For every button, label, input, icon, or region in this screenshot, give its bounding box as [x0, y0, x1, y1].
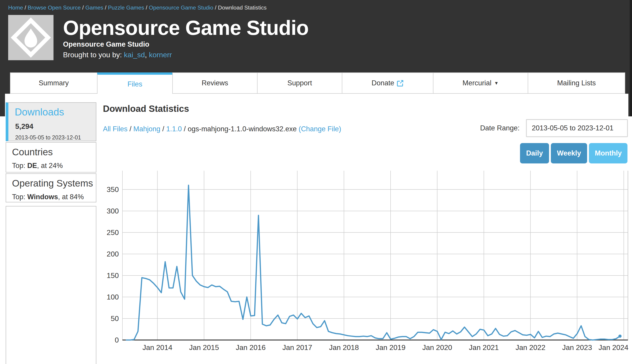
os-top: Top: Windows, at 84% [12, 193, 96, 201]
breadcrumb-current: Download Statistics [218, 4, 267, 11]
all-files-link[interactable]: All Files [103, 125, 128, 133]
granularity-button-daily[interactable]: Daily [520, 143, 549, 164]
author-link-kai-sd[interactable]: kai_sd [124, 51, 145, 59]
brought-to-you-by: Brought to you by: kai_sd, kornerr [63, 51, 172, 59]
tab-label: Summary [39, 79, 69, 87]
breadcrumb-link[interactable]: Home [8, 4, 23, 11]
breadcrumb-link[interactable]: Opensource Game Studio [149, 4, 213, 11]
file-breadcrumb: All Files / Mahjong / 1.1.0 / ogs-mahjon… [103, 125, 341, 133]
date-range-input[interactable] [526, 119, 628, 137]
granularity-button-weekly[interactable]: Weekly [551, 143, 587, 164]
breadcrumb-separator: / [23, 4, 28, 11]
external-link-icon [397, 80, 404, 86]
folder-link[interactable]: Mahjong [133, 125, 160, 133]
tab-support[interactable]: Support [257, 72, 342, 94]
breadcrumb-separator: / [103, 4, 108, 11]
breadcrumb-separator: / [81, 4, 85, 11]
breadcrumb-link[interactable]: Puzzle Games [108, 4, 144, 11]
breadcrumb-separator: / [144, 4, 149, 11]
tab-label: Donate [371, 79, 394, 87]
tab-files[interactable]: Files [97, 72, 173, 94]
tab-label: Support [287, 79, 312, 87]
granularity-button-monthly[interactable]: Monthly [589, 143, 627, 164]
granularity-buttons: DailyWeeklyMonthly [520, 143, 627, 164]
countries-label: Countries [12, 147, 96, 158]
date-range-label: Date Range: [480, 124, 520, 132]
countries-top: Top: DE, at 24% [12, 162, 96, 170]
sidebar-item-operating-systems[interactable]: Operating Systems Top: Windows, at 84% [6, 174, 96, 202]
version-link[interactable]: 1.1.0 [166, 125, 182, 133]
tab-mercurial[interactable]: Mercurial▼ [433, 72, 528, 94]
scrollbar-thumb[interactable] [630, 0, 632, 116]
caret-down-icon: ▼ [494, 80, 499, 86]
file-name: ogs-mahjong-1.1.0-windows32.exe [188, 125, 297, 133]
project-logo [8, 15, 54, 60]
tab-reviews[interactable]: Reviews [172, 72, 258, 94]
page-title: Opensource Game Studio [63, 16, 309, 40]
sidebar-empty-box [6, 206, 96, 364]
tab-donate[interactable]: Donate [342, 72, 434, 94]
tab-label: Reviews [201, 79, 228, 87]
change-file-link[interactable]: (Change File) [299, 125, 341, 133]
tab-label: Mailing Lists [557, 79, 596, 87]
breadcrumb-link[interactable]: Games [85, 4, 103, 11]
tab-label: Files [127, 80, 142, 88]
tab-mailing-lists[interactable]: Mailing Lists [528, 72, 625, 94]
tab-label: Mercurial [463, 79, 491, 87]
downloads-count: 5,294 [15, 122, 96, 130]
project-subtitle: Opensource Game Studio [63, 40, 149, 48]
downloads-date-range: 2013-05-05 to 2023-12-01 [15, 134, 96, 141]
author-link-kornerr[interactable]: kornerr [149, 51, 172, 59]
author-separator: , [145, 51, 149, 59]
brought-label: Brought to you by: [63, 51, 122, 59]
section-heading: Download Statistics [103, 104, 189, 114]
sidebar-item-countries[interactable]: Countries Top: DE, at 24% [6, 142, 96, 172]
tab-summary[interactable]: Summary [10, 72, 97, 94]
page: Home / Browse Open Source / Games / Puzz… [0, 0, 632, 364]
tab-bar: SummaryFilesReviewsSupportDonateMercuria… [10, 72, 625, 94]
sidebar-item-downloads[interactable]: Downloads 5,294 2013-05-05 to 2023-12-01 [6, 102, 96, 141]
diamond-droplet-icon [8, 15, 54, 60]
breadcrumb: Home / Browse Open Source / Games / Puzz… [8, 4, 267, 11]
breadcrumb-link[interactable]: Browse Open Source [28, 4, 81, 11]
os-label: Operating Systems [12, 178, 96, 189]
sidebar-downloads-label: Downloads [15, 106, 96, 118]
breadcrumb-separator: / [213, 4, 218, 11]
